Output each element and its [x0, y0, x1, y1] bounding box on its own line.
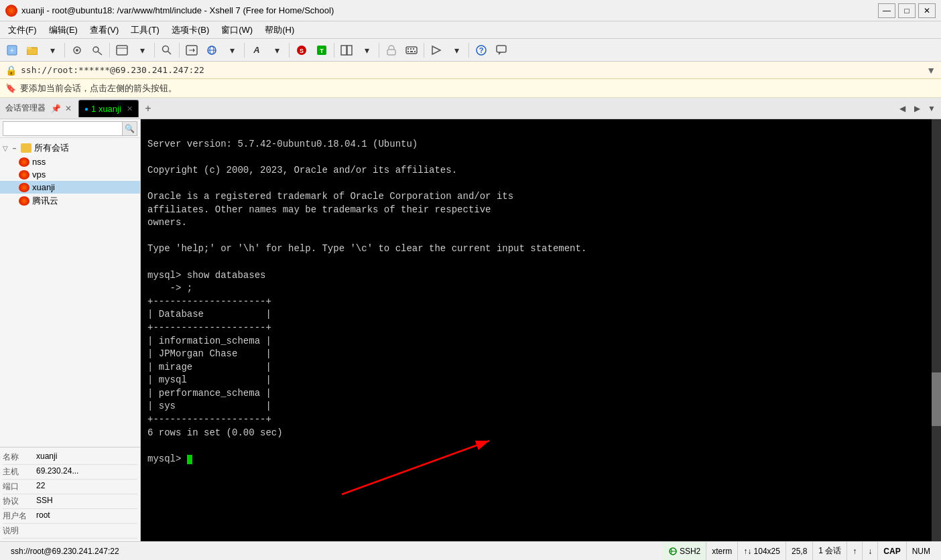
- toolbar-open-folder[interactable]: [23, 42, 42, 59]
- menu-window[interactable]: 窗口(W): [216, 23, 258, 38]
- toolbar-globe[interactable]: [202, 42, 221, 59]
- status-ssh-label: SSH2: [680, 547, 700, 556]
- toolbar-lock[interactable]: [382, 42, 401, 59]
- menu-help[interactable]: 帮助(H): [259, 23, 300, 38]
- terminal-area[interactable]: Server version: 5.7.42-0ubuntu0.18.04.1 …: [141, 119, 941, 541]
- terminal-line-14: | Database |: [147, 309, 271, 320]
- toolbar-scroll[interactable]: [113, 42, 131, 59]
- prop-row-host: 主机 69.230.24...: [3, 465, 137, 480]
- prop-row-protocol: 协议 SSH: [3, 494, 137, 509]
- menu-tabs[interactable]: 选项卡(B): [166, 23, 214, 38]
- window-controls: — □ ✕: [878, 3, 936, 18]
- toolbar-keyboard[interactable]: [402, 42, 421, 59]
- session-tree: ▽ － 所有会话 nss vps xuanji 腾讯云: [0, 138, 140, 447]
- search-button[interactable]: 🔍: [123, 121, 137, 136]
- svg-rect-29: [407, 51, 409, 52]
- prop-row-name: 名称 xuanji: [3, 450, 137, 465]
- svg-rect-8: [117, 46, 127, 55]
- prop-label-name: 名称: [3, 451, 36, 463]
- svg-point-5: [76, 49, 78, 52]
- status-bar: ssh://root@69.230.241.247:22 SSH2 xterm …: [0, 541, 941, 560]
- svg-rect-3: [27, 47, 32, 50]
- tree-toggle-icon: ▽: [3, 145, 8, 152]
- tab-nav-controls: ◀ ▶ ▼: [895, 102, 938, 115]
- toolbar-key-icon[interactable]: [88, 42, 107, 59]
- toolbar-dropdown5[interactable]: ▾: [357, 42, 376, 59]
- terminal-line-23: 6 rows in set (0.00 sec): [147, 427, 283, 438]
- tab-bar: 会话管理器 📌 ✕ ● 1 xuanji ✕ + ◀ ▶ ▼: [0, 98, 941, 119]
- sidebar: 🔍 ▽ － 所有会话 nss vps xuanji: [0, 119, 141, 541]
- tree-item-vps[interactable]: vps: [0, 168, 140, 181]
- toolbar-dropdown3[interactable]: ▾: [223, 42, 241, 59]
- toolbar-green-btn[interactable]: T: [312, 42, 331, 59]
- session-label-xuanji: xuanji: [32, 182, 55, 192]
- toolbar-dropdown4[interactable]: ▾: [267, 42, 286, 59]
- tab-dot: ●: [84, 105, 88, 113]
- toolbar-dropdown2[interactable]: ▾: [133, 42, 151, 59]
- terminal-line-11: mysql> show databases: [147, 270, 265, 281]
- minimize-button[interactable]: —: [878, 3, 895, 18]
- tree-root-label: 所有会话: [34, 142, 69, 154]
- ssh-bar-dropdown[interactable]: ▼: [926, 65, 936, 76]
- toolbar-new-session[interactable]: +: [3, 42, 21, 59]
- toolbar-chat[interactable]: [492, 42, 511, 59]
- toolbar-font[interactable]: A: [247, 42, 266, 59]
- svg-rect-23: [347, 46, 352, 55]
- terminal-line-19: | mysql |: [147, 374, 271, 385]
- terminal-line-6: affiliates. Other names may be trademark…: [147, 204, 491, 215]
- properties-panel: 名称 xuanji 主机 69.230.24... 端口 22 协议 SSH 用…: [0, 447, 140, 541]
- svg-line-7: [98, 52, 102, 55]
- status-bar-left: ssh://root@69.230.241.247:22: [5, 542, 663, 561]
- status-down-btn[interactable]: ↓: [863, 542, 878, 561]
- toolbar-red-btn[interactable]: S: [292, 42, 311, 59]
- tree-item-xuanji[interactable]: xuanji: [0, 181, 140, 194]
- tab-xuanji[interactable]: ● 1 xuanji ✕: [78, 100, 139, 117]
- app-icon: [5, 5, 17, 17]
- toolbar-layout[interactable]: [337, 42, 356, 59]
- tab-nav-left[interactable]: ◀: [895, 102, 909, 115]
- search-input[interactable]: [3, 121, 123, 136]
- prop-value-protocol: SSH: [36, 496, 137, 507]
- terminal-scrollbar-thumb[interactable]: [932, 372, 941, 426]
- bookmark-icon: 🔖: [5, 83, 16, 93]
- tree-item-nss[interactable]: nss: [0, 155, 140, 168]
- tab-close-icon[interactable]: ✕: [127, 104, 133, 113]
- tree-root-all-sessions[interactable]: ▽ － 所有会话: [0, 141, 140, 155]
- status-up-btn[interactable]: ↑: [847, 542, 863, 561]
- title-bar-left: xuanji - root@ubuntu18: /var/www/html/in…: [5, 5, 334, 17]
- svg-text:?: ?: [479, 46, 484, 54]
- toolbar-settings-icon[interactable]: [68, 42, 86, 59]
- toolbar-search[interactable]: [158, 42, 176, 59]
- tree-item-tencentcloud[interactable]: 腾讯云: [0, 194, 140, 208]
- close-panel-icon[interactable]: ✕: [65, 104, 72, 113]
- toolbar-transfer2[interactable]: [427, 42, 446, 59]
- folder-icon: [21, 143, 32, 153]
- close-button[interactable]: ✕: [918, 3, 936, 18]
- toolbar-dropdown[interactable]: ▾: [43, 42, 62, 59]
- svg-rect-22: [341, 46, 347, 55]
- tab-nav-dropdown[interactable]: ▼: [925, 102, 938, 115]
- prop-label-port: 端口: [3, 481, 36, 492]
- toolbar-help[interactable]: ?: [472, 42, 491, 59]
- sidebar-search-bar: 🔍: [0, 119, 140, 138]
- prop-value-name: xuanji: [36, 451, 137, 463]
- terminal-line-5: Oracle is a registered trademark of Orac…: [147, 191, 513, 202]
- pin-icon[interactable]: 📌: [51, 104, 61, 113]
- maximize-button[interactable]: □: [898, 3, 916, 18]
- svg-rect-27: [410, 48, 412, 50]
- status-bar-right: SSH2 xterm ↑↓ 104x25 25,8 1 会话 ↑ ↓ CAP N…: [663, 542, 936, 561]
- terminal-scrollbar[interactable]: [932, 119, 941, 541]
- toolbar-transfer[interactable]: [182, 42, 201, 59]
- prop-value-username: root: [36, 510, 137, 522]
- session-manager-toggle[interactable]: 会话管理器: [3, 102, 48, 114]
- menu-view[interactable]: 查看(V): [84, 23, 124, 38]
- prop-label-host: 主机: [3, 466, 36, 478]
- prop-label-protocol: 协议: [3, 496, 36, 507]
- session-label-vps: vps: [32, 169, 46, 180]
- menu-tools[interactable]: 工具(T): [125, 23, 165, 38]
- toolbar-dropdown6[interactable]: ▾: [447, 42, 466, 59]
- tab-nav-right[interactable]: ▶: [910, 102, 924, 115]
- new-tab-button[interactable]: +: [140, 100, 156, 117]
- menu-edit[interactable]: 编辑(E): [44, 23, 83, 38]
- menu-file[interactable]: 文件(F): [3, 23, 42, 38]
